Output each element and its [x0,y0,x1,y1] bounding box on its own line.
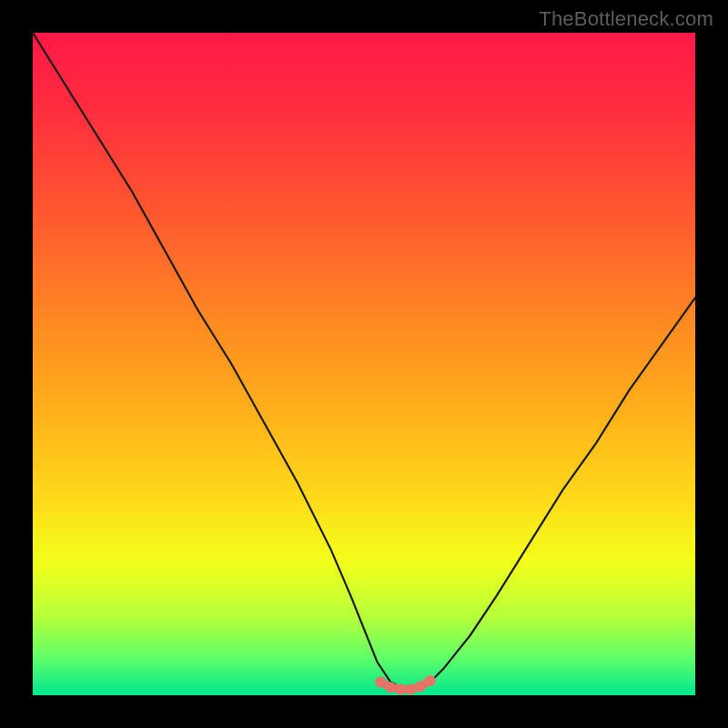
chart-frame: TheBottleneck.com [0,0,728,728]
optimal-zone-dot [405,683,416,694]
optimal-zone-dot [375,676,386,687]
bottleneck-plot [33,33,695,695]
optimal-zone-dot [415,682,426,693]
optimal-zone-dot [385,682,396,693]
optimal-zone-dot [395,683,406,694]
watermark-text: TheBottleneck.com [539,7,713,31]
gradient-background [33,33,695,695]
optimal-zone-dot [425,675,436,686]
